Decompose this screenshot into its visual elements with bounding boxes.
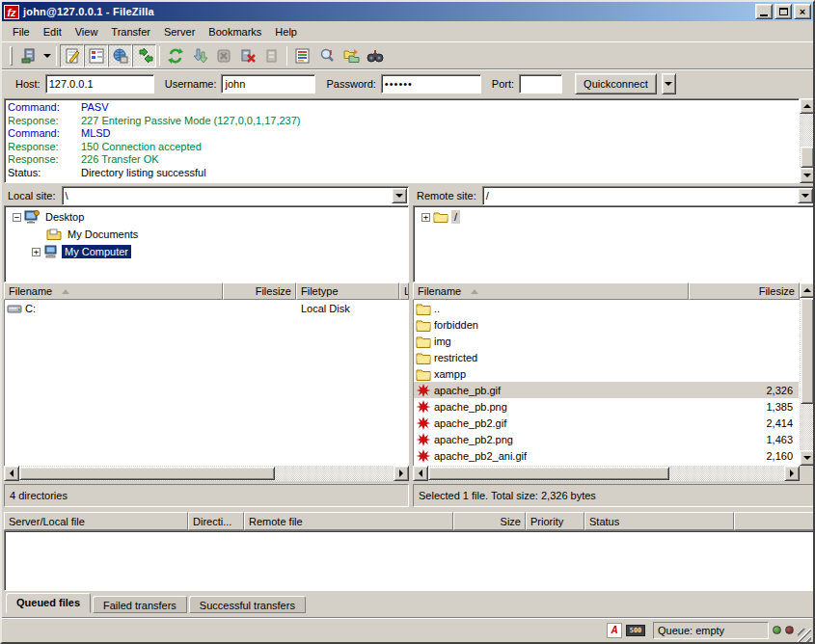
scroll-left-button[interactable] xyxy=(413,466,428,481)
username-label: Username: xyxy=(165,78,217,90)
remote-site-label: Remote site: xyxy=(413,190,482,201)
local-disk-icon xyxy=(7,302,22,315)
tab-failed-transfers[interactable]: Failed transfers xyxy=(93,596,187,613)
scroll-up-button[interactable] xyxy=(800,98,815,114)
menu-view[interactable]: View xyxy=(68,23,105,40)
close-button[interactable]: × xyxy=(794,4,811,19)
expand-toggle[interactable]: + xyxy=(32,248,41,256)
column-header-filename[interactable]: Filename xyxy=(4,282,223,300)
menu-edit[interactable]: Edit xyxy=(37,23,68,40)
username-input[interactable] xyxy=(221,74,315,94)
scroll-thumb[interactable] xyxy=(428,467,669,480)
remote-list-horizontal-scrollbar[interactable] xyxy=(413,466,800,481)
column-header-filesize[interactable]: Filesize xyxy=(223,282,296,300)
scroll-left-button[interactable] xyxy=(4,466,19,481)
tree-item-my-computer[interactable]: + My Computer xyxy=(5,243,408,260)
menu-file[interactable]: File xyxy=(6,23,37,40)
synchronized-browsing-button[interactable] xyxy=(363,44,387,67)
directory-filter-button[interactable] xyxy=(290,44,314,67)
scroll-thumb[interactable] xyxy=(801,147,814,168)
local-list-horizontal-scrollbar[interactable] xyxy=(4,466,409,481)
toggle-message-log-button[interactable] xyxy=(60,44,84,67)
file-row-c-drive[interactable]: C: Local Disk xyxy=(5,300,408,316)
cancel-operation-button[interactable] xyxy=(211,44,235,67)
file-row-forbidden[interactable]: forbidden xyxy=(414,316,799,333)
scroll-thumb[interactable] xyxy=(19,467,275,480)
speed-limit-icon[interactable]: 500 xyxy=(626,625,645,636)
column-header-last-modified[interactable]: L xyxy=(399,282,409,300)
column-header-filetype[interactable]: Filetype xyxy=(296,282,399,300)
scroll-right-button[interactable] xyxy=(784,466,800,481)
scroll-right-button[interactable] xyxy=(394,466,409,481)
reconnect-button[interactable] xyxy=(259,44,284,67)
file-row-restricted[interactable]: restricted xyxy=(414,349,799,365)
file-row-apache-pb2-png[interactable]: apache_pb2.png 1,463 xyxy=(414,431,799,447)
port-input[interactable] xyxy=(519,74,562,94)
tab-successful-transfers[interactable]: Successful transfers xyxy=(189,596,306,613)
column-header-status[interactable]: Status xyxy=(584,512,734,530)
disconnect-button[interactable] xyxy=(235,44,259,67)
local-list-body[interactable]: C: Local Disk xyxy=(4,300,409,466)
local-directory-tree[interactable]: − Desktop My Documents + My Compu xyxy=(4,205,409,282)
file-row-apache-pb2-gif[interactable]: apache_pb2.gif 2,414 xyxy=(414,415,799,431)
remote-list-vertical-scrollbar[interactable] xyxy=(800,282,815,466)
column-header-remote-file[interactable]: Remote file xyxy=(244,512,453,530)
scroll-down-button[interactable] xyxy=(800,168,815,183)
toggle-local-tree-button[interactable] xyxy=(84,44,108,67)
scroll-thumb[interactable] xyxy=(801,298,814,404)
site-manager-dropdown[interactable] xyxy=(41,44,53,67)
file-row-xampp[interactable]: xampp xyxy=(414,365,799,382)
remote-directory-tree[interactable]: + / xyxy=(413,205,815,282)
local-site-combo[interactable]: \ xyxy=(62,186,409,205)
file-row-parent[interactable]: .. xyxy=(414,300,799,316)
title-bar[interactable]: fz john@127.0.0.1 - FileZilla × xyxy=(2,2,813,21)
minimize-button[interactable] xyxy=(755,4,773,19)
tab-queued-files[interactable]: Queued files xyxy=(6,593,91,613)
file-row-apache-pb2-ani-gif[interactable]: apache_pb2_ani.gif 2,160 xyxy=(414,447,799,464)
process-queue-button[interactable] xyxy=(187,44,211,67)
menu-server[interactable]: Server xyxy=(157,23,202,40)
expand-toggle[interactable]: + xyxy=(421,213,430,222)
column-header-size[interactable]: Size xyxy=(453,512,526,530)
ascii-data-type-icon[interactable]: A xyxy=(607,623,622,638)
message-log-body[interactable]: Command:PASV Response:227 Entering Passi… xyxy=(4,98,800,183)
local-site-dropdown[interactable] xyxy=(392,188,407,203)
menu-help[interactable]: Help xyxy=(268,23,304,40)
file-row-img[interactable]: img xyxy=(414,333,799,349)
log-text: PASV xyxy=(81,101,109,115)
scroll-down-button[interactable] xyxy=(800,450,815,466)
menu-bookmarks[interactable]: Bookmarks xyxy=(202,23,268,40)
toolbar-grip[interactable] xyxy=(10,46,13,66)
quickconnect-dropdown[interactable] xyxy=(662,73,676,94)
toggle-queue-button[interactable] xyxy=(132,44,156,67)
queue-list-body[interactable] xyxy=(4,530,815,591)
resize-grip[interactable] xyxy=(798,629,811,642)
column-header-filesize[interactable]: Filesize xyxy=(689,282,800,300)
file-search-button[interactable] xyxy=(314,44,339,67)
remote-site-combo[interactable]: / xyxy=(482,186,815,205)
remote-list-body[interactable]: .. forbidden img res xyxy=(413,300,800,466)
tree-item-root[interactable]: + / xyxy=(414,208,814,226)
collapse-toggle[interactable]: − xyxy=(13,213,21,222)
tree-item-desktop[interactable]: − Desktop xyxy=(5,208,408,226)
quickconnect-button[interactable]: Quickconnect xyxy=(575,73,657,94)
scroll-up-button[interactable] xyxy=(800,282,815,298)
toggle-remote-tree-button[interactable] xyxy=(108,44,132,67)
log-vertical-scrollbar[interactable] xyxy=(800,98,815,183)
host-input[interactable] xyxy=(45,74,154,94)
column-header-direction[interactable]: Directi... xyxy=(188,512,244,530)
column-header-priority[interactable]: Priority xyxy=(526,512,584,530)
file-row-apache-pb-gif[interactable]: apache_pb.gif 2,326 xyxy=(414,382,799,398)
tree-item-my-documents[interactable]: My Documents xyxy=(5,226,408,243)
refresh-button[interactable] xyxy=(163,44,187,67)
file-name: apache_pb2.gif xyxy=(434,417,712,429)
column-header-server-local-file[interactable]: Server/Local file xyxy=(4,512,188,530)
maximize-button[interactable] xyxy=(774,4,792,19)
file-row-apache-pb-png[interactable]: apache_pb.png 1,385 xyxy=(414,398,799,415)
password-input[interactable] xyxy=(381,74,481,94)
menu-transfer[interactable]: Transfer xyxy=(104,23,157,40)
directory-comparison-button[interactable] xyxy=(339,44,363,67)
column-header-filename[interactable]: Filename xyxy=(413,282,689,300)
remote-site-dropdown[interactable] xyxy=(798,188,813,203)
site-manager-button[interactable] xyxy=(16,44,41,67)
